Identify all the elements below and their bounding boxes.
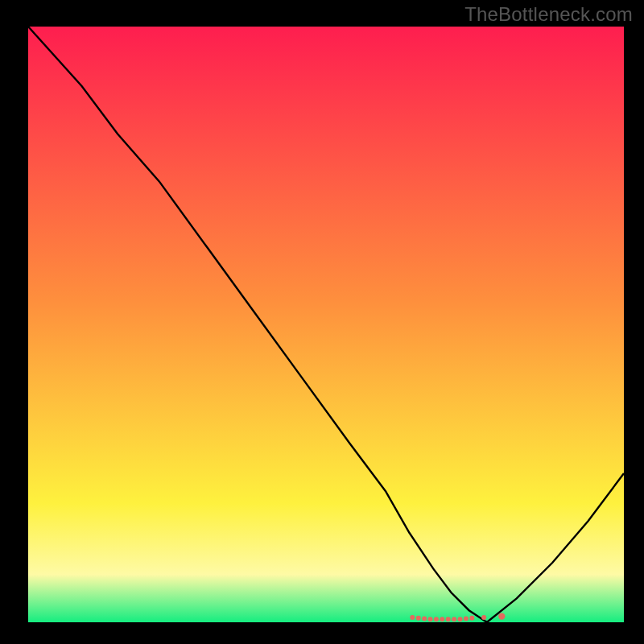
trough-dot [410,615,415,620]
trough-dot [440,617,444,621]
watermark-text: TheBottleneck.com [464,3,633,26]
trough-dot [446,617,451,621]
trough-dot [469,616,474,621]
trough-dot [458,617,463,621]
trough-dot [434,617,439,621]
trough-dot [481,615,486,620]
trough-dot [464,617,469,621]
trough-dot [452,617,456,621]
gradient-background [28,27,624,622]
trough-dot [428,617,433,621]
chart-svg [0,0,644,644]
trough-dot [498,613,505,619]
chart-stage: TheBottleneck.com [0,0,644,644]
trough-dot [422,617,427,621]
trough-dot [416,616,421,621]
